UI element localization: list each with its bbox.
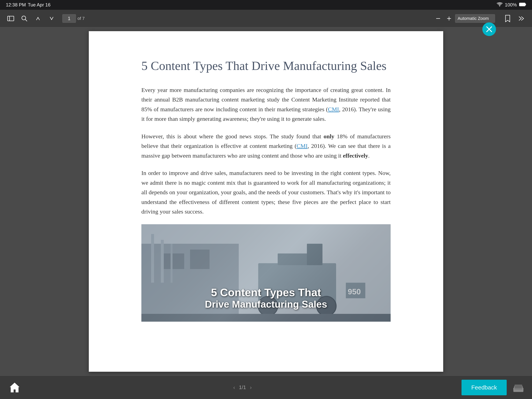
document-body: Every year more manufacturing companies … — [141, 85, 391, 216]
svg-rect-24 — [141, 314, 391, 322]
svg-rect-16 — [171, 244, 172, 283]
battery-icon — [519, 2, 526, 8]
page-nav-display: 1/1 — [239, 384, 246, 390]
pdf-page: 5 Content Types That Drive Manufacturing… — [89, 31, 443, 372]
zoom-in-button[interactable] — [444, 14, 454, 23]
article-image: 950 5 Content Types That Drive Manufactu… — [141, 224, 391, 322]
svg-rect-2 — [525, 4, 526, 5]
svg-point-0 — [499, 6, 500, 6]
page-number-input[interactable]: 1 — [62, 14, 76, 23]
status-bar: 12:38 PM Tue Apr 16 100% — [0, 0, 532, 10]
svg-rect-1 — [519, 3, 525, 6]
pdf-container[interactable]: 5 Content Types That Drive Manufacturing… — [31, 27, 501, 376]
bold-effectively: effectively — [343, 152, 368, 159]
bold-only: only — [324, 133, 334, 140]
page-input-group: 1 of 7 — [62, 14, 85, 23]
svg-rect-15 — [161, 240, 164, 283]
cmi-link-2[interactable]: CMI — [297, 143, 308, 149]
home-button[interactable] — [6, 379, 23, 396]
image-overlay: 5 Content Types That Drive Manufacturing… — [141, 286, 391, 310]
paragraph-2: However, this is about where the good ne… — [141, 131, 391, 161]
page-total-label: of 7 — [77, 16, 85, 21]
zoom-controls: Automatic Zoom 50% 75% 100% 125% 150% — [433, 14, 495, 23]
close-button[interactable] — [482, 22, 496, 36]
paragraph-3: In order to improve and drive sales, man… — [141, 168, 391, 216]
page-nav-prev-button[interactable]: ‹ — [233, 384, 235, 391]
svg-point-5 — [22, 16, 26, 20]
zoom-select[interactable]: Automatic Zoom 50% 75% 100% 125% 150% — [455, 14, 495, 23]
status-bar-right: 100% — [497, 2, 526, 8]
overlay-title-line1: 5 Content Types That — [141, 286, 391, 299]
nav-forward-button[interactable] — [516, 14, 526, 23]
sidebar-toggle-button[interactable] — [6, 14, 16, 23]
left-sidebar — [0, 27, 31, 376]
stack-button[interactable] — [511, 380, 526, 395]
zoom-out-button[interactable] — [433, 14, 443, 23]
battery-percentage: 100% — [505, 2, 517, 8]
main-area: 5 Content Types That Drive Manufacturing… — [0, 27, 532, 376]
date-display: Tue Apr 16 — [28, 2, 51, 8]
page-nav-center: ‹ 1/1 › — [233, 384, 252, 391]
wifi-icon — [497, 2, 503, 8]
cmi-link-1[interactable]: CMI — [328, 106, 339, 112]
feedback-button[interactable]: Feedback — [462, 380, 507, 395]
page-nav-next-button[interactable]: › — [250, 384, 252, 391]
bottom-bar: ‹ 1/1 › Feedback — [0, 376, 532, 399]
status-bar-left: 12:38 PM Tue Apr 16 — [6, 2, 51, 8]
stack-icon — [513, 382, 524, 393]
time-display: 12:38 PM — [6, 2, 26, 8]
search-button[interactable] — [19, 14, 29, 23]
document-title: 5 Content Types That Drive Manufacturing… — [141, 58, 391, 73]
paragraph-1: Every year more manufacturing companies … — [141, 85, 391, 124]
home-icon — [9, 382, 20, 393]
svg-rect-14 — [151, 234, 154, 283]
pdf-toolbar: 1 of 7 Automatic Zoom 50% 75% 100% 125% … — [0, 10, 532, 27]
svg-rect-3 — [8, 16, 14, 21]
next-page-button[interactable] — [47, 14, 57, 23]
bookmark-button[interactable] — [503, 14, 513, 23]
svg-rect-13 — [190, 250, 209, 269]
right-sidebar — [501, 27, 532, 376]
svg-rect-27 — [515, 385, 522, 388]
overlay-title-line2: Drive Manufacturing Sales — [141, 299, 391, 310]
svg-line-6 — [25, 19, 27, 21]
feedback-label: Feedback — [471, 384, 497, 391]
prev-page-button[interactable] — [33, 14, 43, 23]
svg-rect-19 — [307, 244, 323, 265]
